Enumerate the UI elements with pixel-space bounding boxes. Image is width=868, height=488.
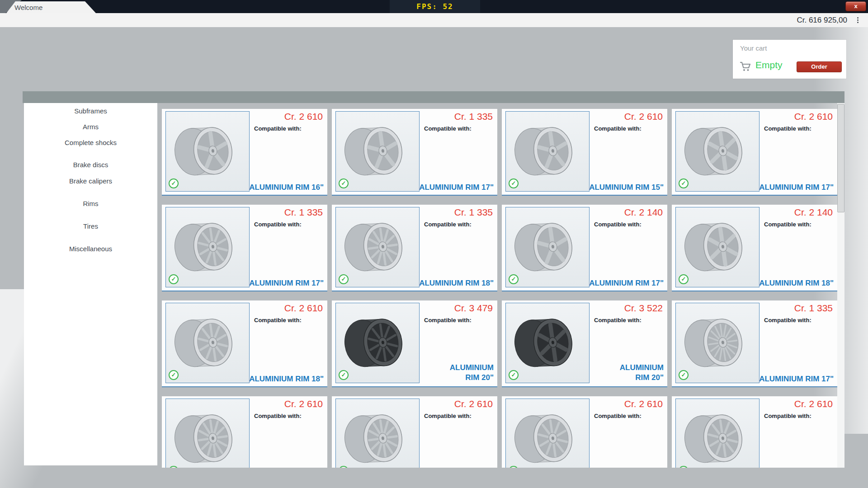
sidebar-item-complete-shocks[interactable]: Complete shocks [24, 138, 157, 147]
product-thumbnail: ✓ [335, 111, 420, 192]
product-card[interactable]: ✓ Cr. 3 479 Compatible with: ALUMINIUM R… [332, 300, 497, 387]
product-card[interactable]: ✓ Cr. 1 335 Compatible with: ALUMINIUM R… [162, 205, 327, 291]
credits-balance: Cr. 616 925,00 [797, 16, 847, 25]
wheel-silver-10-spoke [166, 303, 249, 383]
category-sidebar: SubframesArmsComplete shocksBrake discsB… [24, 103, 157, 465]
wheel-silver-5-spoke [506, 207, 589, 287]
compatible-with-label: Compatible with: [764, 413, 811, 419]
sidebar-item-brake-discs[interactable]: Brake discs [24, 160, 157, 169]
product-thumbnail: ✓ [165, 303, 250, 383]
sidebar-item-tires[interactable]: Tires [24, 222, 157, 231]
product-thumbnail: ✓ [335, 399, 420, 468]
compatible-with-label: Compatible with: [424, 413, 472, 419]
compatible-check-icon: ✓ [679, 370, 689, 380]
product-thumbnail: ✓ [505, 111, 590, 192]
compatible-check-icon: ✓ [339, 178, 349, 188]
sidebar-item-miscellaneous[interactable]: Miscellaneous [24, 244, 157, 253]
product-thumbnail: ✓ [505, 207, 590, 287]
fps-counter: FPS: 52 [416, 2, 453, 11]
product-price: Cr. 2 610 [454, 399, 493, 409]
compatible-with-label: Compatible with: [424, 317, 472, 324]
wheel-silver-16-spoke [676, 303, 759, 383]
wheel-silver-6-spoke [676, 207, 759, 287]
product-price: Cr. 2 610 [284, 111, 323, 122]
product-price: Cr. 1 335 [454, 207, 493, 218]
compatible-with-label: Compatible with: [424, 125, 472, 132]
sidebar-item-subframes[interactable]: Subframes [24, 107, 157, 116]
product-price: Cr. 2 610 [624, 111, 663, 122]
product-thumbnail: ✓ [505, 399, 590, 468]
product-card[interactable]: ✓ Cr. 2 610 Compatible with: ALUMINIUM R… [672, 109, 837, 196]
product-card[interactable]: ✓ Cr. 1 335 Compatible with: ALUMINIUM R… [332, 205, 497, 291]
title-bar: Welcome FPS: 52 x [0, 0, 868, 13]
product-thumbnail: ✓ [675, 111, 760, 192]
wheel-silver-10-spoke [506, 399, 589, 468]
compatible-check-icon: ✓ [339, 274, 349, 284]
product-name: ALUMINIUM RIM 18" [249, 375, 324, 384]
order-button[interactable]: Order [797, 61, 842, 72]
product-name: ALUMINIUM RIM 18" [759, 279, 834, 288]
wheel-silver-12-spoke [336, 399, 419, 468]
product-name: ALUMINIUM RIM 17" [249, 279, 324, 288]
fps-panel: FPS: 52 [390, 0, 480, 13]
wheel-silver-12-spoke [336, 207, 419, 287]
cart-title: Your cart [740, 44, 767, 52]
compatible-with-label: Compatible with: [254, 317, 302, 324]
cart-panel: Your cart Empty Order [733, 40, 846, 79]
product-card[interactable]: ✓ Cr. 2 610 Compatible with: ALUMINIUM R… [162, 109, 327, 196]
product-card[interactable]: ✓ Cr. 2 610 Compatible with: ALUMINIUM R… [162, 300, 327, 387]
product-card[interactable]: ✓ Cr. 2 140 Compatible with: ALUMINIUM R… [672, 205, 837, 291]
close-button[interactable]: x [845, 1, 866, 11]
product-price: Cr. 1 335 [794, 303, 833, 314]
product-thumbnail: ✓ [675, 303, 760, 383]
product-card[interactable]: ✓ Cr. 1 335 Compatible with: ALUMINIUM R… [332, 109, 497, 196]
product-card[interactable]: ✓ Cr. 2 610 Compatible with: [672, 396, 837, 468]
compatible-check-icon: ✓ [509, 274, 519, 284]
product-price: Cr. 2 610 [624, 399, 663, 409]
product-card[interactable]: ✓ Cr. 2 610 Compatible with: ALUMINIUM R… [502, 109, 667, 196]
product-thumbnail: ✓ [165, 399, 250, 468]
compatible-check-icon: ✓ [679, 178, 689, 188]
wheel-silver-6-spoke [676, 112, 759, 191]
product-card[interactable]: ✓ Cr. 2 610 Compatible with: [162, 396, 327, 468]
compatible-with-label: Compatible with: [254, 221, 302, 228]
product-price: Cr. 2 610 [794, 399, 833, 409]
product-thumbnail: ✓ [165, 207, 250, 287]
compatible-with-label: Compatible with: [594, 317, 642, 324]
product-thumbnail: ✓ [505, 303, 590, 383]
compatible-with-label: Compatible with: [764, 125, 811, 132]
wheel-silver-12-spoke [166, 399, 249, 468]
product-card[interactable]: ✓ Cr. 2 610 Compatible with: [332, 396, 497, 468]
product-card[interactable]: ✓ Cr. 2 140 Compatible with: ALUMINIUM R… [502, 205, 667, 291]
shop-content: SubframesArmsComplete shocksBrake discsB… [23, 91, 844, 468]
scrollbar-thumb[interactable] [837, 104, 844, 212]
compatible-with-label: Compatible with: [594, 125, 642, 132]
tab-welcome-label: Welcome [14, 4, 42, 11]
product-thumbnail: ✓ [335, 207, 420, 287]
sidebar-item-arms[interactable]: Arms [24, 122, 157, 131]
scrollbar-track[interactable] [837, 103, 844, 468]
compatible-with-label: Compatible with: [594, 413, 642, 419]
product-price: Cr. 2 140 [794, 207, 833, 218]
sidebar-item-brake-calipers[interactable]: Brake calipers [24, 177, 157, 186]
kebab-menu-icon[interactable] [854, 16, 862, 25]
compatible-check-icon: ✓ [169, 370, 179, 380]
compatible-check-icon: ✓ [509, 370, 519, 380]
compatible-with-label: Compatible with: [764, 317, 811, 324]
compatible-with-label: Compatible with: [594, 221, 642, 228]
product-name: ALUMINIUM RIM 17" [759, 183, 834, 192]
product-card[interactable]: ✓ Cr. 2 610 Compatible with: [502, 396, 667, 468]
product-name: ALUMINIUM RIM 18" [419, 279, 494, 288]
cart-status: Empty [755, 60, 783, 70]
compatible-with-label: Compatible with: [254, 413, 302, 419]
sidebar-item-rims[interactable]: Rims [24, 199, 157, 208]
wheel-silver-10-spoke [676, 399, 759, 468]
product-card[interactable]: ✓ Cr. 3 522 Compatible with: ALUMINIUM R… [502, 300, 667, 387]
product-name: ALUMINIUM RIM 20" [435, 363, 494, 383]
product-name: ALUMINIUM RIM 15" [589, 183, 664, 192]
compatible-check-icon: ✓ [679, 274, 689, 284]
product-thumbnail: ✓ [675, 207, 760, 287]
tab-welcome[interactable]: Welcome [4, 1, 96, 13]
product-price: Cr. 2 140 [624, 207, 663, 218]
product-card[interactable]: ✓ Cr. 1 335 Compatible with: ALUMINIUM R… [672, 300, 837, 387]
